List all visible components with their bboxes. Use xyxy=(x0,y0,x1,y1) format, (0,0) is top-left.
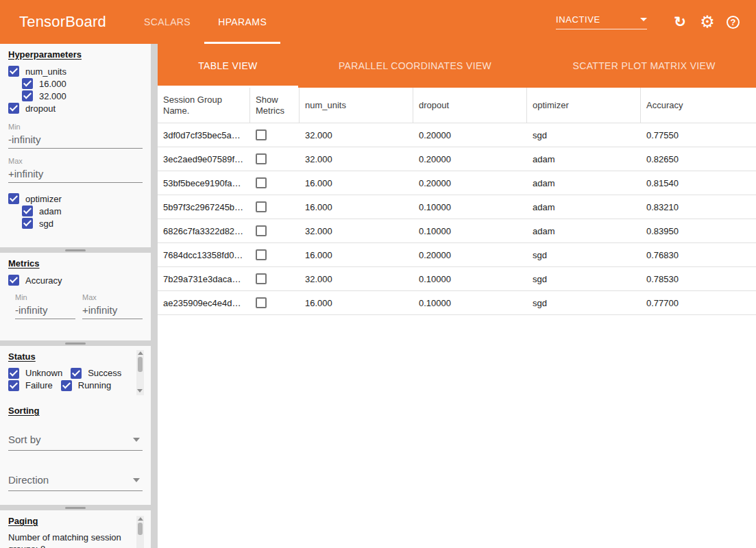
hparam-num-units[interactable]: num_units xyxy=(8,65,143,77)
session-group-name: 7b29a731e3daca… xyxy=(158,267,250,290)
checkbox-checked-icon[interactable] xyxy=(22,90,33,101)
hyperparameters-heading: Hyperparameters xyxy=(8,49,143,60)
checkbox-checked-icon[interactable] xyxy=(8,275,19,286)
show-metrics-checkbox[interactable] xyxy=(256,177,267,188)
status-label: Failure xyxy=(25,379,53,392)
checkbox-checked-icon[interactable] xyxy=(22,218,33,229)
metric-label: Accuracy xyxy=(25,275,62,286)
paging-scrollbar[interactable] xyxy=(136,516,144,548)
table-row[interactable]: 3ec2aed9e07589f… 32.000 0.20000 adam 0.8… xyxy=(158,147,756,171)
checkbox-checked-icon[interactable] xyxy=(22,78,33,89)
status-unknown[interactable]: Unknown xyxy=(8,367,71,379)
hparam-value-sgd[interactable]: sgd xyxy=(22,217,143,229)
cell-optimizer: sgd xyxy=(527,267,641,290)
cell-optimizer: adam xyxy=(527,147,641,171)
hparam-optimizer[interactable]: optimizer xyxy=(8,192,143,205)
checkbox-checked-icon[interactable] xyxy=(8,368,19,379)
dropout-min-field[interactable]: Min -infinity xyxy=(8,123,143,149)
show-metrics-checkbox[interactable] xyxy=(256,249,267,260)
session-group-name: 3ec2aed9e07589f… xyxy=(158,147,250,171)
view-tabbar: TABLE VIEW PARALLEL COORDINATES VIEW SCA… xyxy=(158,44,756,88)
checkbox-checked-icon[interactable] xyxy=(8,66,19,77)
table-row[interactable]: 6826c7fa3322d82… 32.000 0.10000 adam 0.8… xyxy=(158,219,756,243)
cell-optimizer: sgd xyxy=(527,291,641,314)
checkbox-checked-icon[interactable] xyxy=(71,368,82,379)
cell-num-units: 16.000 xyxy=(300,291,413,314)
checkbox-checked-icon[interactable] xyxy=(8,193,19,204)
scroll-up-icon[interactable] xyxy=(138,517,143,521)
status-success[interactable]: Success xyxy=(71,367,130,379)
checkbox-checked-icon[interactable] xyxy=(8,380,19,391)
show-metrics-checkbox[interactable] xyxy=(256,201,267,212)
cell-accuracy: 0.82650 xyxy=(641,147,755,171)
metrics-panel: Metrics Accuracy Min -infinity Max +infi… xyxy=(0,253,151,340)
hparam-dropout[interactable]: dropout xyxy=(8,102,143,114)
cell-dropout: 0.10000 xyxy=(413,267,527,290)
hparam-value-32[interactable]: 32.000 xyxy=(22,90,143,102)
scrollbar-thumb[interactable] xyxy=(138,523,143,535)
show-metrics-checkbox[interactable] xyxy=(256,273,267,284)
chevron-down-icon xyxy=(640,18,647,21)
direction-value: Direction xyxy=(8,474,49,486)
panel-resize-handle[interactable] xyxy=(0,505,151,510)
direction-select[interactable]: Direction xyxy=(8,474,143,491)
tab-scalars[interactable]: SCALARS xyxy=(130,0,204,44)
topbar-actions: INACTIVE ↻ ⚙ ? xyxy=(556,14,756,30)
reload-status-select[interactable]: INACTIVE xyxy=(556,14,647,29)
max-input[interactable]: +infinity xyxy=(8,168,143,183)
checkbox-checked-icon[interactable] xyxy=(22,206,33,216)
table-row[interactable]: 3df0d7cf35bec5a… 32.000 0.20000 sgd 0.77… xyxy=(158,123,756,147)
hyperparameters-panel: Hyperparameters num_units 16.000 32.000 … xyxy=(0,44,151,247)
status-scrollbar[interactable] xyxy=(136,350,144,395)
status-failure[interactable]: Failure xyxy=(8,379,61,392)
metric-max-field[interactable]: Max +infinity xyxy=(82,293,143,319)
table-row[interactable]: 53bf5bece9190fa… 16.000 0.20000 adam 0.8… xyxy=(158,171,756,195)
tab-scatter-plot-matrix-view[interactable]: SCATTER PLOT MATRIX VIEW xyxy=(532,44,756,88)
tab-table-view[interactable]: TABLE VIEW xyxy=(158,44,298,88)
paging-heading: Paging xyxy=(8,516,143,526)
metric-min-field[interactable]: Min -infinity xyxy=(15,293,75,319)
table-row[interactable]: 7b29a731e3daca… 32.000 0.10000 sgd 0.785… xyxy=(158,267,756,291)
scroll-up-icon[interactable] xyxy=(138,351,143,355)
min-label: Min xyxy=(8,123,143,131)
min-input[interactable]: -infinity xyxy=(15,304,75,319)
show-metrics-checkbox[interactable] xyxy=(256,153,267,164)
cell-num-units: 32.000 xyxy=(300,123,413,147)
cell-dropout: 0.10000 xyxy=(413,291,527,314)
tab-hparams[interactable]: HPARAMS xyxy=(204,0,280,44)
hparam-value-label: sgd xyxy=(39,219,53,229)
table-row[interactable]: 7684dcc13358fd0… 16.000 0.20000 sgd 0.76… xyxy=(158,243,756,267)
checkbox-checked-icon[interactable] xyxy=(8,103,19,114)
tab-parallel-coordinates-view[interactable]: PARALLEL COORDINATES VIEW xyxy=(298,44,533,88)
dropout-max-field[interactable]: Max +infinity xyxy=(8,157,143,183)
help-icon[interactable]: ? xyxy=(727,16,740,29)
panel-resize-handle[interactable] xyxy=(0,247,151,253)
show-metrics-checkbox[interactable] xyxy=(256,129,267,140)
status-running[interactable]: Running xyxy=(61,379,119,392)
status-label: Running xyxy=(78,379,111,392)
gear-icon[interactable]: ⚙ xyxy=(699,14,716,30)
scroll-down-icon[interactable] xyxy=(137,389,143,393)
session-group-name: 3df0d7cf35bec5a… xyxy=(158,123,250,147)
table-row[interactable]: 5b97f3c2967245b… 16.000 0.10000 adam 0.8… xyxy=(158,195,756,219)
table-header-row: Session Group Name. Show Metrics num_uni… xyxy=(158,88,756,123)
panel-resize-handle[interactable] xyxy=(0,340,151,346)
refresh-icon[interactable]: ↻ xyxy=(672,14,688,30)
sort-by-select[interactable]: Sort by xyxy=(8,434,143,451)
hparam-value-16[interactable]: 16.000 xyxy=(22,77,143,90)
show-metrics-checkbox[interactable] xyxy=(256,225,267,236)
cell-dropout: 0.10000 xyxy=(413,195,527,219)
hparam-value-adam[interactable]: adam xyxy=(22,205,143,217)
scrollbar-thumb[interactable] xyxy=(138,357,143,372)
max-input[interactable]: +infinity xyxy=(82,304,143,319)
show-metrics-checkbox[interactable] xyxy=(256,297,267,308)
cell-accuracy: 0.76830 xyxy=(641,243,755,266)
checkbox-checked-icon[interactable] xyxy=(61,380,72,391)
metric-accuracy[interactable]: Accuracy xyxy=(8,274,143,286)
sorting-heading: Sorting xyxy=(8,406,143,416)
sort-by-value: Sort by xyxy=(8,434,41,445)
session-group-name: 53bf5bece9190fa… xyxy=(158,171,250,195)
min-input[interactable]: -infinity xyxy=(8,134,143,149)
hparam-value-label: adam xyxy=(39,206,62,216)
table-row[interactable]: ae235909ec4e4d… 16.000 0.10000 sgd 0.777… xyxy=(158,291,756,315)
